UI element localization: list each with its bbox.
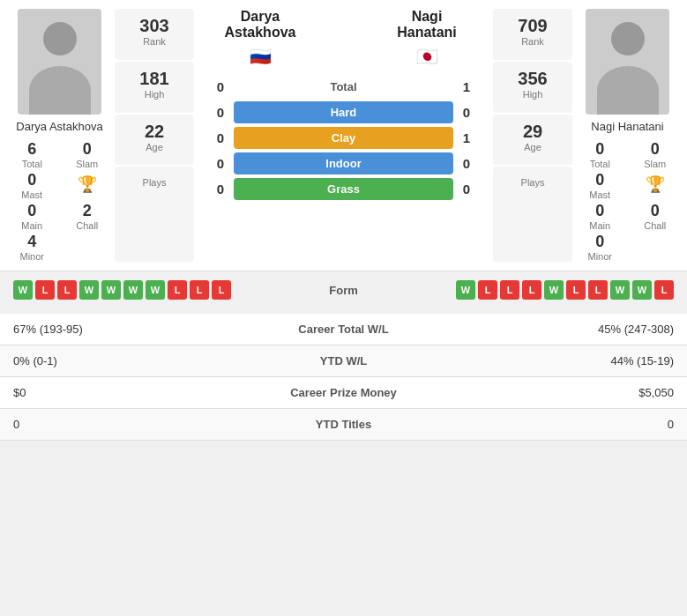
left-age-box: 22 Age	[115, 115, 194, 166]
stats-row: 0% (0-1) YTD W/L 44% (15-19)	[0, 345, 687, 377]
total-btn: Total	[234, 76, 453, 98]
right-minor-stat: 0 Minor	[577, 233, 624, 262]
stat-left-1: 0% (0-1)	[0, 345, 176, 377]
right-rank-box: 709 Rank	[493, 9, 572, 60]
form-badge-left: L	[168, 280, 187, 300]
indoor-left-score: 0	[207, 156, 234, 171]
stat-label-2: Career Prize Money	[176, 377, 511, 409]
right-player-avatar	[586, 9, 669, 115]
left-header-name: Darya Astakhova	[225, 9, 296, 41]
grass-btn: Grass	[234, 178, 453, 200]
right-chall-stat: 0 Chall	[632, 202, 679, 231]
form-badge-right: W	[544, 280, 564, 300]
player-header: Darya Astakhova 🇷🇺 Nagi Hanatani 🇯🇵	[207, 9, 480, 67]
right-rank-value: 709	[502, 16, 564, 36]
hard-row: 0 Hard 0	[207, 101, 480, 123]
player-header-left: Darya Astakhova 🇷🇺	[207, 9, 313, 67]
hard-right-score: 0	[453, 105, 480, 120]
right-avatar-head	[611, 22, 645, 56]
right-mid-panel: 709 Rank 356 High 29 Age Plays	[489, 9, 577, 262]
left-plays-label: Plays	[123, 177, 185, 188]
right-flag-icon: 🇯🇵	[416, 46, 438, 67]
right-mast-stat: 0 Mast	[577, 171, 624, 200]
form-badge-left: W	[13, 280, 33, 300]
left-plays-box: Plays	[115, 167, 194, 262]
stat-right-1: 44% (15-19)	[511, 345, 687, 377]
stat-right-0: 45% (247-308)	[511, 314, 687, 345]
stats-table: 67% (193-95) Career Total W/L 45% (247-3…	[0, 314, 687, 441]
right-player-name: Nagi Hanatani	[591, 120, 663, 133]
indoor-btn: Indoor	[234, 152, 453, 174]
total-right-score: 1	[453, 79, 480, 94]
right-main-stat: 0 Main	[577, 202, 624, 231]
trophy-center-right: 🏆	[632, 171, 679, 200]
form-badge-left: L	[190, 280, 209, 300]
right-age-value: 29	[502, 122, 564, 142]
left-player-name: Darya Astakhova	[16, 120, 102, 133]
form-badge-left: W	[79, 280, 99, 300]
left-form-badges: WLLWWWWLLL	[13, 280, 291, 300]
form-badge-right: L	[654, 280, 674, 300]
left-high-value: 181	[123, 69, 185, 89]
stat-left-2: $0	[0, 377, 176, 409]
trophy-icon-right: 🏆	[646, 174, 665, 194]
form-badge-right: L	[522, 280, 541, 300]
left-age-label: Age	[123, 142, 185, 152]
right-high-value: 356	[502, 69, 564, 89]
hard-left-score: 0	[207, 105, 234, 120]
clay-right-score: 1	[453, 130, 480, 145]
left-minor-stat: 4 Minor	[9, 233, 56, 262]
left-flag-icon: 🇷🇺	[250, 46, 272, 67]
form-badge-right: L	[588, 280, 608, 300]
match-rows: 0 Total 1 0 Hard 0 0 Clay 1 0 Indoor	[207, 76, 480, 200]
form-badge-right: L	[478, 280, 497, 300]
stat-right-3: 0	[511, 409, 687, 441]
left-mid-panel: 303 Rank 181 High 22 Age Plays	[110, 9, 198, 262]
form-row: WLLWWWWLLL Form WLLLWLLWWL	[13, 280, 674, 300]
form-badge-right: L	[500, 280, 519, 300]
right-high-box: 356 High	[493, 62, 572, 113]
right-form-badges: WLLLWLLWWL	[397, 280, 675, 300]
right-plays-box: Plays	[493, 167, 572, 262]
grass-right-score: 0	[453, 182, 480, 197]
left-total-stat: 6 Total	[9, 140, 56, 169]
clay-left-score: 0	[207, 130, 234, 145]
right-slam-stat: 0 Slam	[632, 140, 679, 169]
stats-row: $0 Career Prize Money $5,050	[0, 377, 687, 409]
left-age-value: 22	[123, 122, 185, 142]
right-age-box: 29 Age	[493, 115, 572, 166]
left-chall-stat: 2 Chall	[64, 202, 111, 231]
stat-label-1: YTD W/L	[176, 345, 511, 377]
left-avatar-body	[29, 66, 91, 115]
left-avatar-head	[43, 22, 77, 56]
player-header-right: Nagi Hanatani 🇯🇵	[374, 9, 480, 67]
form-badge-left: W	[146, 280, 165, 300]
right-flag-container: 🇯🇵	[416, 42, 438, 67]
stats-row: 0 YTD Titles 0	[0, 409, 687, 441]
clay-row: 0 Clay 1	[207, 127, 480, 149]
left-main-stat: 0 Main	[9, 202, 56, 231]
form-badge-left: W	[101, 280, 121, 300]
right-high-label: High	[502, 89, 564, 100]
left-player-card: Darya Astakhova 6 Total 0 Slam 0 Mast 🏆	[9, 9, 110, 262]
hard-btn: Hard	[234, 101, 453, 123]
total-left-score: 0	[207, 79, 234, 94]
left-rank-box: 303 Rank	[115, 9, 194, 60]
form-badge-right: W	[456, 280, 475, 300]
player-section: Darya Astakhova 6 Total 0 Slam 0 Mast 🏆	[0, 0, 687, 271]
right-plays-label: Plays	[502, 177, 564, 188]
form-badge-left: L	[35, 280, 55, 300]
right-rank-label: Rank	[502, 36, 564, 47]
form-label: Form	[291, 284, 397, 297]
indoor-row: 0 Indoor 0	[207, 152, 480, 174]
clay-btn: Clay	[234, 127, 453, 149]
left-slam-stat: 0 Slam	[64, 140, 111, 169]
trophy-icon-left: 🏆	[78, 174, 97, 194]
left-player-avatar	[18, 9, 101, 115]
form-badge-left: W	[123, 280, 143, 300]
stat-left-0: 67% (193-95)	[0, 314, 176, 345]
left-rank-label: Rank	[123, 36, 185, 47]
form-section: WLLWWWWLLL Form WLLLWLLWWL	[0, 271, 687, 314]
form-badge-right: W	[610, 280, 630, 300]
stat-left-3: 0	[0, 409, 176, 441]
